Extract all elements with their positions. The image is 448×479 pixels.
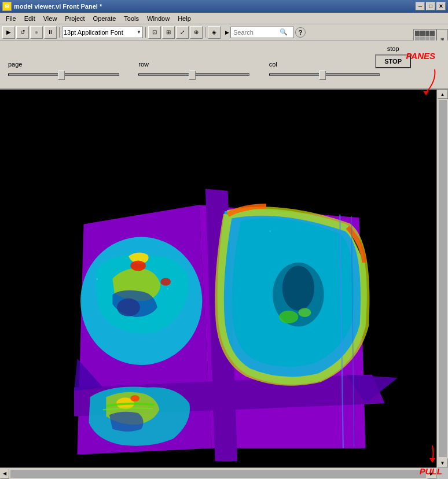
controls-area: stop STOP page row: [0, 40, 448, 90]
run-button[interactable]: ▶: [2, 26, 15, 39]
help-icon: ?: [299, 29, 303, 36]
distribute-icon: ⊞: [166, 29, 171, 35]
maximize-button[interactable]: □: [426, 2, 435, 10]
grid-cell-3[interactable]: [425, 31, 430, 36]
stop-label: stop: [387, 45, 399, 52]
menu-item-edit[interactable]: Edit: [21, 14, 39, 23]
scroll-up-button[interactable]: ▲: [438, 90, 448, 99]
title-bar: ⊞ model viewer.vi Front Panel * ─ □ ✕: [0, 0, 448, 13]
horizontal-scroll-track[interactable]: [10, 470, 426, 478]
svg-rect-20: [167, 288, 168, 289]
title-bar-left: ⊞ model viewer.vi Front Panel *: [2, 2, 102, 11]
minimize-button[interactable]: ─: [416, 2, 425, 10]
help-button[interactable]: ?: [295, 27, 306, 38]
grid-cell-2[interactable]: [420, 31, 425, 36]
abort-button[interactable]: ●: [30, 26, 43, 39]
run-icon: ▶: [6, 29, 11, 35]
close-button[interactable]: ✕: [436, 2, 446, 10]
separator-1: [59, 27, 60, 38]
run-continuously-button[interactable]: ↺: [16, 26, 29, 39]
pause-button[interactable]: ⏸: [44, 26, 57, 39]
menu-item-window[interactable]: Window: [144, 14, 173, 23]
menu-item-operate[interactable]: Operate: [90, 14, 120, 23]
svg-rect-19: [97, 279, 98, 280]
scroll-right-button[interactable]: ▶: [427, 469, 436, 479]
svg-point-8: [117, 299, 140, 316]
extra-tool-icon: ◈: [212, 29, 216, 35]
bottom-scrollbar: ◀ ▶: [0, 467, 436, 479]
svg-point-13: [279, 311, 298, 323]
menu-item-help[interactable]: Help: [174, 14, 194, 23]
scroll-left-button[interactable]: ◀: [0, 469, 9, 479]
search-bar[interactable]: 🔍: [230, 27, 294, 38]
font-dropdown-arrow-icon: ▼: [137, 30, 141, 35]
page-slider-track: [8, 73, 119, 76]
page-slider-thumb[interactable]: [58, 71, 65, 80]
pause-icon: ⏸: [47, 29, 53, 35]
menu-bar: FileEditViewProjectOperateToolsWindowHel…: [0, 13, 448, 24]
col-slider-group: col: [269, 61, 399, 80]
col-slider-label: col: [269, 61, 277, 68]
sliders-row: page row col: [8, 61, 399, 80]
col-slider-thumb[interactable]: [319, 71, 326, 80]
svg-rect-21: [270, 230, 271, 231]
brain-visualization: [0, 90, 436, 467]
app-icon: ⊞: [2, 2, 12, 11]
resize-button[interactable]: ⤢: [176, 26, 189, 39]
distribute-button[interactable]: ⊞: [162, 26, 175, 39]
svg-point-7: [160, 278, 171, 285]
menu-item-tools[interactable]: Tools: [120, 14, 142, 23]
scroll-down-button[interactable]: ▼: [438, 458, 448, 467]
vertical-scroll-track[interactable]: [439, 100, 447, 457]
separator-2: [145, 27, 146, 38]
svg-point-14: [298, 308, 311, 316]
row-slider-track: [138, 73, 249, 76]
align-button[interactable]: ⊡: [148, 26, 161, 39]
window-title: model viewer.vi Front Panel *: [14, 3, 102, 10]
menu-item-project[interactable]: Project: [61, 14, 88, 23]
zoom-icon: ⊕: [194, 29, 199, 35]
grid-cell-4[interactable]: [430, 31, 435, 36]
row-slider-track-container: [138, 69, 249, 80]
separator-3: [205, 27, 205, 38]
main-display: [0, 90, 436, 467]
abort-icon: ●: [35, 29, 38, 35]
row-slider-group: row: [138, 61, 269, 80]
search-arrow-icon: ▶: [225, 30, 229, 35]
page-slider-track-container: [8, 69, 119, 80]
svg-point-12: [282, 266, 314, 310]
grid-cell-1[interactable]: [415, 31, 420, 36]
search-icon: 🔍: [280, 28, 288, 36]
row-slider-thumb[interactable]: [189, 71, 196, 80]
extra-tool-button[interactable]: ◈: [208, 26, 221, 39]
menu-item-view[interactable]: View: [40, 14, 61, 23]
align-icon: ⊡: [152, 29, 157, 35]
svg-point-10: [130, 395, 139, 401]
run-continuously-icon: ↺: [20, 29, 25, 35]
menu-item-file[interactable]: File: [2, 14, 20, 23]
controls-inner: stop STOP page row: [2, 43, 446, 86]
row-slider-label: row: [138, 61, 149, 68]
search-input[interactable]: [233, 29, 280, 36]
right-scrollbar: ▲ ▼: [436, 90, 448, 467]
window-controls: ─ □ ✕: [416, 2, 446, 10]
page-slider-group: page: [8, 61, 138, 80]
zoom-button[interactable]: ⊕: [190, 26, 203, 39]
resize-icon: ⤢: [180, 29, 185, 35]
svg-point-6: [130, 261, 146, 271]
toolbar: ▶ ↺ ● ⏸ 13pt Application Font ▼ ⊡ ⊞ ⤢ ⊕ …: [0, 24, 448, 40]
col-slider-track: [269, 73, 380, 76]
page-slider-label: page: [8, 61, 22, 68]
font-value: 13pt Application Font: [64, 29, 123, 36]
font-selector[interactable]: 13pt Application Font ▼: [62, 27, 143, 38]
col-slider-track-container: [269, 69, 380, 80]
